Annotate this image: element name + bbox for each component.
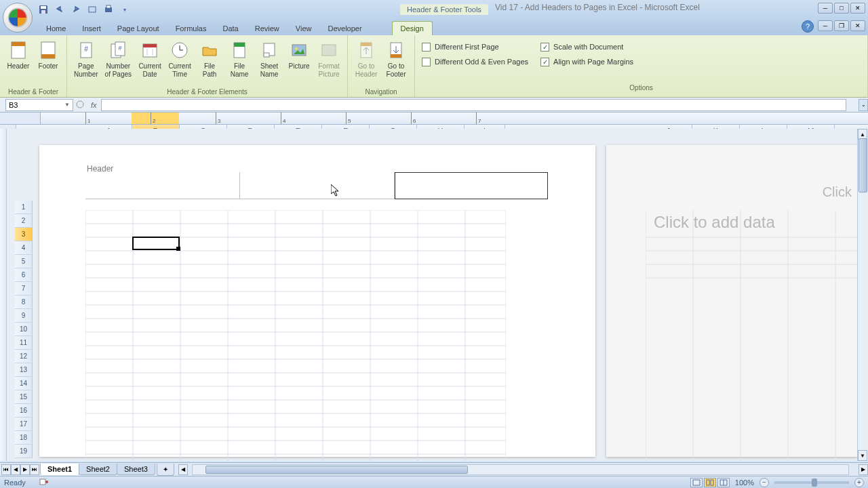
zoom-slider[interactable] xyxy=(774,481,849,484)
zoom-thumb[interactable] xyxy=(812,479,817,487)
scroll-down-button[interactable]: ▼ xyxy=(858,450,867,461)
align-margins-checkbox[interactable]: ✓ xyxy=(540,58,549,66)
row-header-5[interactable]: 5 xyxy=(15,255,33,268)
redo-icon[interactable] xyxy=(69,3,83,16)
tab-nav-first[interactable]: ⏮ xyxy=(1,464,11,475)
format-picture-button[interactable]: Format Picture xyxy=(315,38,343,87)
row-header-17[interactable]: 17 xyxy=(15,418,33,431)
row-header-15[interactable]: 15 xyxy=(15,390,33,404)
file-path-button[interactable]: File Path xyxy=(195,38,224,87)
tab-developer[interactable]: Developer xyxy=(319,22,370,35)
current-date-button[interactable]: Current Date xyxy=(136,38,164,87)
zoom-in-button[interactable]: + xyxy=(854,478,864,487)
svg-rect-26 xyxy=(264,53,269,57)
normal-view-button[interactable] xyxy=(690,478,703,487)
active-cell[interactable] xyxy=(132,237,180,250)
horizontal-scrollbar[interactable] xyxy=(192,464,849,475)
goto-header-button[interactable]: Go to Header xyxy=(352,38,380,87)
row-header-12[interactable]: 12 xyxy=(15,350,33,363)
qat-customize-icon[interactable]: ▾ xyxy=(118,3,132,16)
formula-bar-expand[interactable]: ⌄ xyxy=(859,99,868,111)
goto-footer-icon xyxy=(385,39,407,61)
number-of-pages-button[interactable]: #Number of Pages xyxy=(102,38,134,87)
zoom-level[interactable]: 100% xyxy=(735,479,754,487)
page-break-view-button[interactable] xyxy=(717,478,730,487)
row-header-4[interactable]: 4 xyxy=(15,241,33,255)
diff-odd-even-checkbox[interactable] xyxy=(422,58,431,66)
help-button[interactable]: ? xyxy=(802,20,814,33)
row-header-3[interactable]: 3 xyxy=(15,228,33,241)
vertical-scrollbar[interactable]: ▲ ▼ xyxy=(857,129,868,461)
diff-first-checkbox[interactable] xyxy=(422,43,431,52)
footer-icon xyxy=(37,39,59,61)
save-icon[interactable] xyxy=(37,3,50,16)
file-name-button[interactable]: File Name xyxy=(225,38,254,87)
doc-close-button[interactable]: ✕ xyxy=(850,20,865,31)
tab-home[interactable]: Home xyxy=(38,22,74,35)
row-header-18[interactable]: 18 xyxy=(15,431,33,445)
maximize-button[interactable]: □ xyxy=(834,3,849,14)
row-header-14[interactable]: 14 xyxy=(15,377,33,390)
row-header-6[interactable]: 6 xyxy=(15,268,33,282)
tab-formulas[interactable]: Formulas xyxy=(167,22,215,35)
sheet-name-button[interactable]: Sheet Name xyxy=(255,38,283,87)
undo-icon[interactable] xyxy=(53,3,66,16)
svg-rect-3 xyxy=(41,10,45,14)
row-header-19[interactable]: 19 xyxy=(15,445,33,458)
fx-label[interactable]: fx xyxy=(91,101,97,109)
office-button[interactable] xyxy=(3,3,33,33)
picture-button[interactable]: Picture xyxy=(285,38,313,87)
current-time-button[interactable]: Current Time xyxy=(165,38,194,87)
doc-restore-button[interactable]: ❐ xyxy=(834,20,849,31)
header-button[interactable]: Header xyxy=(4,38,33,87)
row-header-9[interactable]: 9 xyxy=(15,309,33,323)
tab-nav-next[interactable]: ▶ xyxy=(20,464,30,475)
new-sheet-button[interactable]: ✦ xyxy=(157,464,174,476)
fill-handle[interactable] xyxy=(176,247,180,251)
sheet-tab-3[interactable]: Sheet3 xyxy=(117,464,155,475)
minimize-button[interactable]: ─ xyxy=(818,3,833,14)
svg-point-34 xyxy=(77,101,83,108)
page-layout-view-button[interactable] xyxy=(704,478,716,487)
sheet-tab-2[interactable]: Sheet2 xyxy=(79,464,117,475)
doc-minimize-button[interactable]: ─ xyxy=(818,20,833,31)
row-header-1[interactable]: 1 xyxy=(15,201,33,214)
vertical-scroll-thumb[interactable] xyxy=(859,138,867,192)
zoom-out-button[interactable]: − xyxy=(760,478,769,487)
print-preview-icon[interactable] xyxy=(102,3,115,16)
qat-icon[interactable] xyxy=(85,3,99,16)
tab-page-layout[interactable]: Page Layout xyxy=(109,22,167,35)
ruler-tick: 6 xyxy=(411,113,416,124)
tab-data[interactable]: Data xyxy=(214,22,246,35)
svg-text:#: # xyxy=(84,45,88,53)
row-header-16[interactable]: 16 xyxy=(15,404,33,418)
tab-nav-prev[interactable]: ◀ xyxy=(11,464,20,475)
row-header-11[interactable]: 11 xyxy=(15,336,33,350)
tab-design[interactable]: Design xyxy=(392,21,433,35)
sheet-tab-1[interactable]: Sheet1 xyxy=(40,464,79,475)
hscroll-right[interactable]: ▶ xyxy=(859,464,868,475)
tab-review[interactable]: Review xyxy=(247,22,288,35)
svg-text:#: # xyxy=(119,45,122,52)
tab-insert[interactable]: Insert xyxy=(74,22,109,35)
row-header-8[interactable]: 8 xyxy=(15,296,33,309)
tab-view[interactable]: View xyxy=(288,22,320,35)
row-header-13[interactable]: 13 xyxy=(15,363,33,377)
formula-input[interactable] xyxy=(101,99,846,111)
vertical-ruler[interactable] xyxy=(0,129,7,461)
hscroll-left[interactable]: ◀ xyxy=(178,464,188,475)
row-header-10[interactable]: 10 xyxy=(15,323,33,336)
scale-checkbox[interactable]: ✓ xyxy=(540,43,549,52)
row-header-2[interactable]: 2 xyxy=(15,214,33,228)
close-button[interactable]: ✕ xyxy=(850,3,865,14)
footer-button[interactable]: Footer xyxy=(34,38,62,87)
page-number-button[interactable]: #Page Number xyxy=(71,38,101,87)
name-box[interactable]: B3▼ xyxy=(5,99,73,111)
macro-record-icon[interactable] xyxy=(39,478,49,487)
horizontal-ruler[interactable]: 1234567 xyxy=(41,113,868,124)
tab-nav-last[interactable]: ⏭ xyxy=(30,464,39,475)
goto-footer-button[interactable]: Go to Footer xyxy=(382,38,410,87)
horizontal-scroll-thumb[interactable] xyxy=(205,466,468,474)
header-right-section[interactable] xyxy=(395,172,548,199)
row-header-7[interactable]: 7 xyxy=(15,282,33,296)
